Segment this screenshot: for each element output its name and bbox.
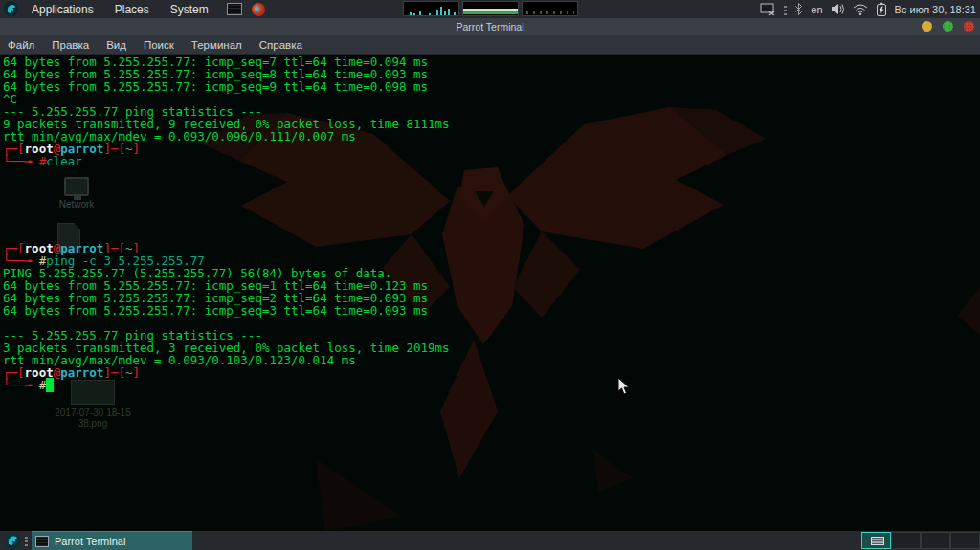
- terminal-line: [3, 205, 450, 217]
- firefox-launcher[interactable]: [252, 3, 265, 16]
- taskbar-task-parrot-terminal[interactable]: Parrot Terminal: [32, 531, 192, 550]
- workspace-switcher: [861, 532, 980, 549]
- menu-edit[interactable]: Правка: [52, 39, 89, 51]
- terminal-line: └──╼ #█: [3, 379, 450, 391]
- panel-left: Applications Places System: [0, 1, 265, 17]
- panel-tray: en Вс июл 30, 18:31: [760, 0, 976, 18]
- terminal-line: 64 bytes from 5.255.255.77: icmp_seq=3 t…: [3, 304, 450, 317]
- firefox-launcher-icon: [252, 3, 265, 16]
- menu-search[interactable]: Поиск: [144, 39, 174, 51]
- terminal-menubar: Файл Правка Вид Поиск Терминал Справка: [0, 35, 980, 55]
- menu-help[interactable]: Справка: [259, 39, 302, 51]
- system-monitor-applets[interactable]: [403, 1, 578, 16]
- taskbar-start-button[interactable]: [0, 531, 25, 550]
- terminal-line: 64 bytes from 5.255.255.77: icmp_seq=9 t…: [3, 80, 450, 93]
- menu-terminal[interactable]: Терминал: [191, 39, 242, 51]
- window-controls: [922, 21, 974, 32]
- terminal-window: Parrot Terminal Файл Правка Вид Поиск Те…: [0, 18, 980, 531]
- desktop-icon-label: 38.png: [50, 418, 136, 429]
- terminal-line: └──╼ #clear: [3, 155, 450, 167]
- keyboard-layout-indicator[interactable]: en: [811, 4, 822, 15]
- terminal-line: [3, 167, 450, 180]
- tray-grip[interactable]: [784, 4, 787, 15]
- battery-icon[interactable]: [876, 2, 887, 16]
- maximize-button[interactable]: [943, 21, 953, 32]
- terminal-line: ┌─[root@parrot]─[~]: [3, 366, 450, 379]
- menu-places[interactable]: Places: [106, 3, 158, 16]
- terminal-launcher-icon: [227, 3, 242, 15]
- parrot-menu-icon[interactable]: [3, 1, 19, 17]
- taskbar-grip[interactable]: [25, 535, 28, 546]
- terminal-launcher[interactable]: [227, 3, 242, 15]
- terminal-line: [3, 192, 450, 205]
- mouse-cursor: [617, 377, 631, 396]
- workspace-3[interactable]: [921, 532, 950, 549]
- wifi-icon[interactable]: [853, 4, 868, 15]
- window-title: Parrot Terminal: [457, 21, 524, 33]
- display-settings-icon[interactable]: [760, 3, 776, 15]
- bluetooth-icon[interactable]: [794, 3, 803, 15]
- cpu-graph-applet[interactable]: [403, 1, 459, 16]
- volume-icon[interactable]: [831, 3, 845, 15]
- taskbar: Parrot Terminal: [0, 531, 980, 550]
- terminal-output: 64 bytes from 5.255.255.77: icmp_seq=7 t…: [3, 55, 450, 391]
- workspace-4[interactable]: [950, 532, 980, 549]
- top-panel: Applications Places System en: [0, 0, 980, 18]
- minimize-button[interactable]: [922, 21, 932, 32]
- parrot-logo-icon: [4, 532, 21, 549]
- terminal-line: [3, 180, 450, 192]
- menu-file[interactable]: Файл: [8, 39, 34, 51]
- workspace-window-thumb: [871, 537, 884, 545]
- terminal-task-icon: [35, 536, 49, 547]
- panel-clock[interactable]: Вс июл 30, 18:31: [895, 4, 976, 15]
- close-button[interactable]: [964, 21, 974, 32]
- terminal-line: [3, 217, 450, 230]
- menu-view[interactable]: Вид: [106, 39, 126, 51]
- terminal-titlebar[interactable]: Parrot Terminal: [0, 18, 980, 35]
- workspace-2[interactable]: [891, 532, 921, 549]
- terminal-body[interactable]: Network 2017-07-30 18-15 38.png 64 bytes…: [0, 55, 980, 531]
- menu-applications[interactable]: Applications: [23, 3, 102, 16]
- memory-graph-applet[interactable]: [462, 1, 519, 16]
- network-graph-applet[interactable]: [522, 1, 578, 16]
- menu-system[interactable]: System: [162, 3, 217, 16]
- desktop-icon-label: 2017-07-30 18-15: [50, 407, 136, 418]
- workspace-1[interactable]: [861, 532, 891, 549]
- task-label: Parrot Terminal: [55, 536, 125, 547]
